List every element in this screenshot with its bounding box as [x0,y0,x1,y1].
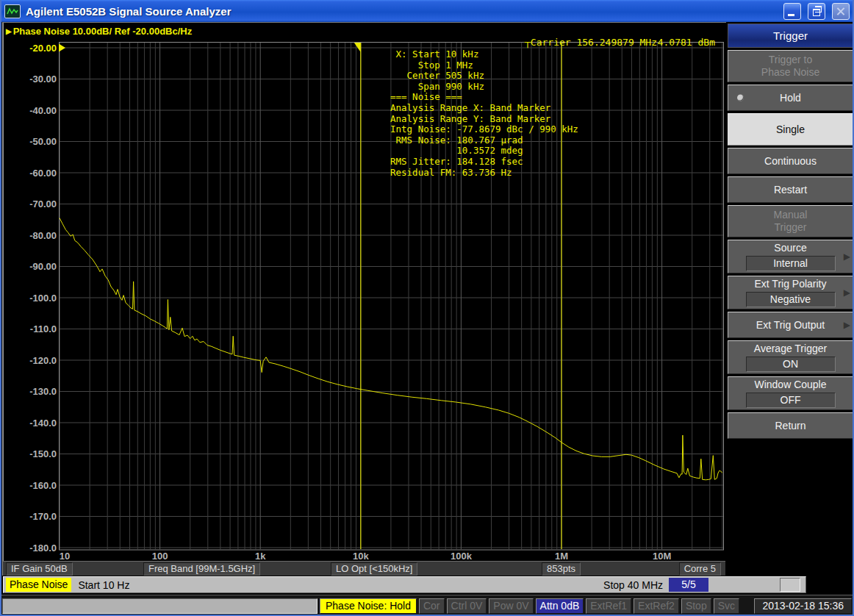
x-axis-label: 100 [152,551,168,562]
sidebar-item-value: ON [746,357,836,372]
sidebar-item-source[interactable]: SourceInternal▶ [728,240,853,273]
y-axis-label: -20.00 [29,43,57,54]
submenu-arrow-icon: ▶ [844,287,850,299]
sidebar-item-ext-trig-output[interactable]: Ext Trig Output▶ [728,312,853,338]
status-indicator-phase-noise-hold: Phase Noise: Hold [320,598,417,614]
y-axis-label: -90.00 [29,261,57,272]
y-axis-label: -80.00 [29,230,57,241]
page-indicator[interactable]: 5/5 [669,578,708,592]
noise-analysis-line: Stop 1 MHz [390,60,473,71]
restore-button[interactable] [808,3,825,20]
measurement-window-edge [2,23,4,576]
sidebar-item-window-couple[interactable]: Window CoupleOFF [728,376,853,410]
toolbar-label-if-gain-50db: IF Gain 50dB [6,562,73,576]
x-axis-label: 10k [353,551,369,562]
submenu-arrow-icon: ▶ [844,319,850,332]
window-title: Agilent E5052B Signal Source Analyzer [26,5,777,18]
sidebar-item-label: Restart [774,184,807,196]
x-axis-label: 1k [255,551,266,562]
title-bar: Agilent E5052B Signal Source Analyzer [0,0,854,22]
active-measurement-chip[interactable]: Phase Noise [6,578,71,592]
status-indicator-extref1: ExtRef1 [586,598,631,614]
sidebar-item-continuous[interactable]: Continuous [728,148,853,174]
sidebar-item-label: Ext Trig Output [756,319,825,332]
trace-header-label: Phase Noise 10.00dB/ Ref -20.00dBc/Hz [13,26,193,37]
sidebar-item-label: Ext Trig Polarity [754,278,826,290]
sidebar-item-single[interactable]: Single [728,113,853,146]
y-axis-label: -100.0 [29,293,57,304]
sidebar-item-value: OFF [746,393,836,408]
x-axis-label: 100k [451,551,473,562]
y-axis-label: -160.0 [29,480,57,491]
toolbar-label-freq-band-99m-1-5ghz: Freq Band [99M-1.5GHz] [143,562,260,576]
y-axis-label: -150.0 [29,448,57,459]
x-axis-label: 10 [60,551,70,562]
sidebar-item-label: Return [775,420,805,432]
status-indicator-cor: Cor [419,598,445,614]
sweep-start-label: Start 10 Hz [78,579,129,591]
y-axis-label: -30.00 [29,74,57,85]
status-indicator-ctrl-0v: Ctrl 0V [447,598,487,614]
y-axis-label: -60.00 [29,168,57,179]
active-state-dot [737,95,744,101]
sidebar-item-average-trigger[interactable]: Average TriggerON [728,340,853,374]
noise-analysis-line: Analysis Range X: Band Marker [390,102,551,113]
noise-analysis-line: Span 990 kHz [390,81,484,92]
sidebar-item-label: Window Couple [754,379,826,391]
message-area [2,598,317,614]
datetime-display: 2013-02-18 15:36 [754,598,852,614]
sweep-stop-label: Stop 40 MHz [603,579,663,591]
y-axis-label: -170.0 [29,511,57,522]
noise-analysis-line: RMS Jitter: 184.128 fsec [390,156,523,167]
toolbar-label-lo-opt-150khz: LO Opt [<150kHz] [331,562,417,576]
minimize-button[interactable] [783,3,801,20]
sidebar-item-restart[interactable]: Restart [728,176,853,203]
noise-analysis-line: Residual FM: 63.736 Hz [390,167,512,178]
status-indicator-attn-0db: Attn 0dB [536,598,584,614]
minimize-icon [788,14,794,16]
sidebar-item-label: Average Trigger [754,343,827,355]
sidebar-item-label: Continuous [764,155,817,168]
sidebar-item-ext-trig-polarity[interactable]: Ext Trig PolarityNegative▶ [728,276,853,309]
status-indicator-pow-0v: Pow 0V [489,598,533,614]
y-axis-label: -110.0 [30,323,57,334]
phase-noise-plot: -20.00-30.00-40.00-50.00-60.00-70.00-80.… [0,0,728,570]
noise-analysis-line: Analysis Range Y: Band Marker [390,113,551,124]
y-axis-label: -70.00 [29,198,57,209]
toolbar-label-853pts: 853pts [542,562,581,576]
window-status-row: Phase Noise Start 10 Hz Stop 40 MHz 5/5 [3,576,806,593]
sidebar-item-manual-trigger: ManualTrigger [728,205,853,237]
x-axis-label: 10M [653,551,671,562]
sidebar-item-return[interactable]: Return [728,412,853,439]
sidebar-item-label: Hold [780,92,801,104]
noise-analysis-line: 10.3572 mdeg [390,145,523,156]
sidebar-item-label: ManualTrigger [774,209,808,234]
sidebar-item-value: Negative [746,292,836,307]
close-button[interactable] [832,3,850,20]
sidebar-item-label: Trigger toPhase Noise [761,54,819,79]
noise-analysis-line: === Noise === [390,91,462,102]
sidebar-item-label: Single [776,123,805,136]
softkey-menu-title: Trigger [728,24,853,48]
submenu-arrow-icon: ▶ [844,251,850,263]
softkey-menu: Trigger Trigger toPhase NoiseHoldSingleC… [728,24,853,439]
status-spare-button[interactable] [780,578,800,592]
measurement-toolbar: IF Gain 50dBFreq Band [99M-1.5GHz]LO Opt… [3,561,725,576]
sidebar-item-value: Internal [746,256,836,271]
ref-level-marker[interactable] [59,44,65,52]
y-axis-label: -130.0 [29,386,57,397]
sidebar-item-hold[interactable]: Hold [728,85,853,111]
status-indicator-extref2: ExtRef2 [634,598,679,614]
sidebar-item-trigger-to-phase-noise: Trigger toPhase Noise [728,50,853,82]
noise-analysis-line: RMS Noise: 180.767 µrad [390,135,523,146]
y-axis-label: -50.00 [29,136,57,147]
y-axis-label: -40.00 [29,105,57,116]
app-icon [4,4,21,18]
status-indicator-svc: Svc [714,598,739,614]
y-axis-label: -180.0 [29,542,57,554]
status-indicator-stop: Stop [681,598,711,614]
trace-header[interactable]: ▶ Phase Noise 10.00dB/ Ref -20.00dBc/Hz [6,26,192,37]
noise-analysis-line: Intg Noise: -77.8679 dBc / 990 kHz [390,123,578,135]
carrier-readout: ┬Carrier 156.249879 MHz [524,37,657,49]
noise-analysis-line: X: Start 10 kHz [390,49,478,60]
